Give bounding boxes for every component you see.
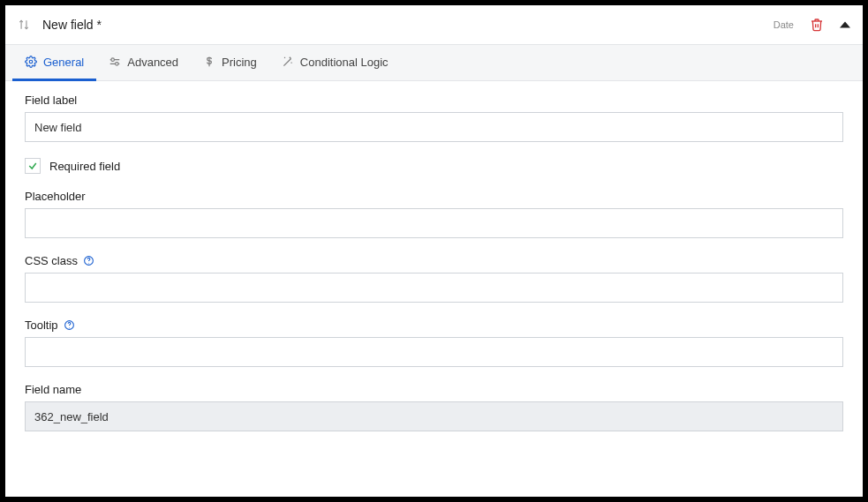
field-name-input xyxy=(25,401,843,431)
css-class-label: CSS class xyxy=(25,254,78,267)
required-label: Required field xyxy=(49,160,120,173)
drag-handle-icon[interactable] xyxy=(18,19,30,31)
tab-pricing[interactable]: Pricing xyxy=(191,45,269,81)
field-title: New field * xyxy=(42,18,102,32)
help-icon[interactable] xyxy=(64,319,75,331)
tab-general[interactable]: General xyxy=(12,45,96,81)
field-type-label: Date xyxy=(774,19,794,30)
svg-point-2 xyxy=(116,63,119,66)
tab-advanced[interactable]: Advanced xyxy=(96,45,191,81)
css-class-input[interactable] xyxy=(25,273,843,303)
tab-label: General xyxy=(43,56,84,69)
placeholder-input[interactable] xyxy=(25,208,843,238)
field-header: New field * Date xyxy=(5,5,863,44)
field-name-label: Field name xyxy=(25,383,843,396)
collapse-icon[interactable] xyxy=(840,19,850,30)
svg-point-0 xyxy=(29,60,33,64)
tab-label: Conditional Logic xyxy=(300,56,389,69)
svg-point-1 xyxy=(111,58,115,62)
delete-icon[interactable] xyxy=(810,18,824,32)
field-label-label: Field label xyxy=(25,94,843,107)
svg-point-6 xyxy=(69,327,70,328)
placeholder-label: Placeholder xyxy=(25,190,843,203)
tab-label: Pricing xyxy=(222,56,257,69)
tab-content-general: Field label Required field Placeholder C… xyxy=(5,81,863,497)
svg-point-4 xyxy=(88,263,89,264)
tab-conditional-logic[interactable]: Conditional Logic xyxy=(269,45,401,81)
sliders-icon xyxy=(109,56,121,68)
field-label-input[interactable] xyxy=(25,112,843,142)
tooltip-label: Tooltip xyxy=(25,318,58,332)
magic-wand-icon xyxy=(282,56,294,68)
dollar-icon xyxy=(203,56,215,68)
tabs-bar: General Advanced Pricing xyxy=(5,44,863,81)
tooltip-input[interactable] xyxy=(25,337,843,367)
required-checkbox[interactable] xyxy=(25,158,41,174)
help-icon[interactable] xyxy=(83,255,94,266)
tab-label: Advanced xyxy=(127,56,178,69)
gear-icon xyxy=(25,56,37,68)
